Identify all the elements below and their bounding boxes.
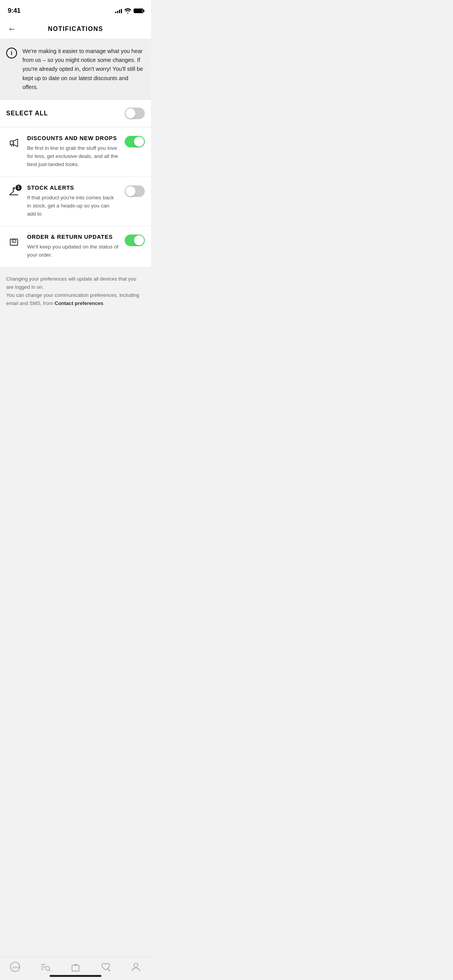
info-banner: i We're making it easier to manage what … [0, 39, 151, 100]
package-icon: ? [8, 235, 20, 248]
info-icon: i [6, 48, 17, 58]
toggle-knob [125, 108, 136, 118]
nav-spacer [0, 319, 151, 358]
contact-preferences-link[interactable]: Contact preferences [55, 300, 103, 306]
orders-toggle[interactable] [125, 235, 145, 246]
orders-icon-wrap: ? [6, 234, 22, 249]
footer-line1: Changing your preferences will update al… [6, 276, 136, 290]
signal-bar-2 [117, 11, 118, 13]
discounts-content: DISCOUNTS AND NEW DROPS Be first in line… [27, 135, 119, 169]
notifications-section: DISCOUNTS AND NEW DROPS Be first in line… [0, 127, 151, 267]
svg-marker-0 [10, 141, 13, 145]
orders-content: ORDER & RETURN UPDATES We'll keep you up… [27, 234, 119, 259]
select-all-row: SELECT ALL [0, 100, 151, 127]
status-icons [115, 8, 143, 14]
status-time: 9:41 [8, 7, 21, 15]
info-banner-text: We're making it easier to manage what yo… [22, 47, 145, 92]
footer-period: . [103, 300, 105, 306]
toggle-knob-stock [125, 186, 136, 196]
stock-toggle[interactable] [125, 185, 145, 197]
discounts-toggle-wrap [125, 136, 145, 147]
stock-toggle-wrap [125, 185, 145, 197]
footer-text: Changing your preferences will update al… [6, 275, 145, 307]
megaphone-icon [8, 137, 20, 149]
wifi-icon [124, 8, 131, 14]
stock-content: STOCK ALERTS If that product you're into… [27, 185, 119, 218]
toggle-knob-discounts [134, 137, 144, 147]
orders-title: ORDER & RETURN UPDATES [27, 234, 119, 240]
svg-point-4 [13, 187, 15, 189]
back-button[interactable]: ← [8, 24, 16, 34]
page-title: NOTIFICATIONS [48, 26, 103, 33]
stock-desc: If that product you're into comes back i… [27, 194, 119, 218]
signal-bar-1 [115, 12, 116, 13]
svg-marker-1 [13, 139, 17, 146]
discounts-icon-wrap [6, 135, 22, 151]
battery-icon [134, 9, 143, 13]
orders-toggle-wrap [125, 235, 145, 246]
status-bar: 9:41 [0, 0, 151, 19]
notification-item-stock: 1 STOCK ALERTS If that product you're in… [0, 177, 151, 226]
discounts-title: DISCOUNTS AND NEW DROPS [27, 135, 119, 141]
select-all-toggle[interactable] [125, 108, 145, 119]
header: ← NOTIFICATIONS [0, 19, 151, 39]
stock-title: STOCK ALERTS [27, 185, 119, 191]
select-all-label: SELECT ALL [6, 110, 48, 117]
orders-desc: We'll keep you updated on the status of … [27, 243, 119, 259]
svg-text:?: ? [13, 240, 15, 243]
stock-badge-count: 1 [17, 185, 20, 190]
footer-info: Changing your preferences will update al… [0, 267, 151, 319]
stock-icon-wrap: 1 [6, 185, 22, 200]
notification-item-orders: ? ORDER & RETURN UPDATES We'll keep you … [0, 226, 151, 267]
discounts-desc: Be first in line to grab the stuff you l… [27, 144, 119, 169]
signal-bars-icon [115, 9, 122, 13]
signal-bar-4 [121, 9, 122, 13]
discounts-toggle[interactable] [125, 136, 145, 147]
notification-item-discounts: DISCOUNTS AND NEW DROPS Be first in line… [0, 127, 151, 177]
signal-bar-3 [119, 10, 120, 13]
battery-fill [134, 9, 142, 12]
stock-badge: 1 [15, 185, 22, 191]
toggle-knob-orders [134, 235, 144, 245]
